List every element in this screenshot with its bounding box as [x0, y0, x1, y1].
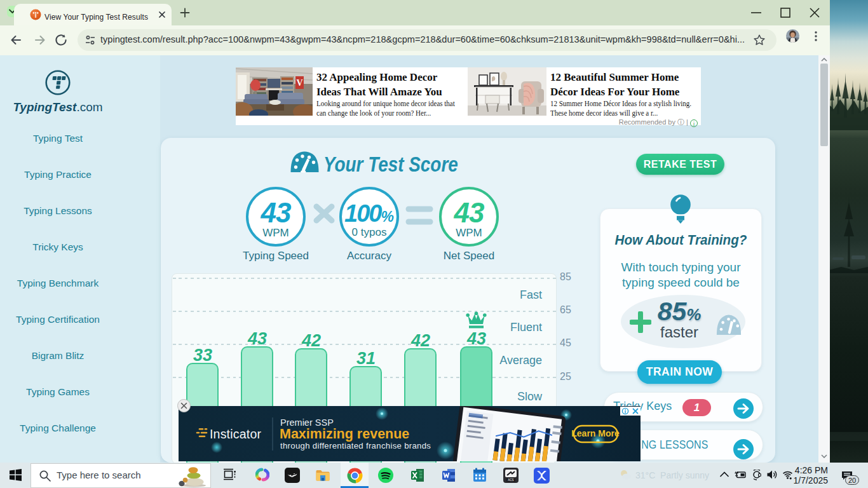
svg-text:Insticator: Insticator: [210, 427, 261, 441]
svg-text:V: V: [296, 78, 302, 88]
svg-text:ACS: ACS: [508, 478, 513, 482]
svg-text:Learn More: Learn More: [571, 428, 620, 438]
svg-text:Maximizing revenue: Maximizing revenue: [280, 426, 409, 442]
svg-text:through differentiated franchi: through differentiated franchise brands: [280, 441, 431, 451]
